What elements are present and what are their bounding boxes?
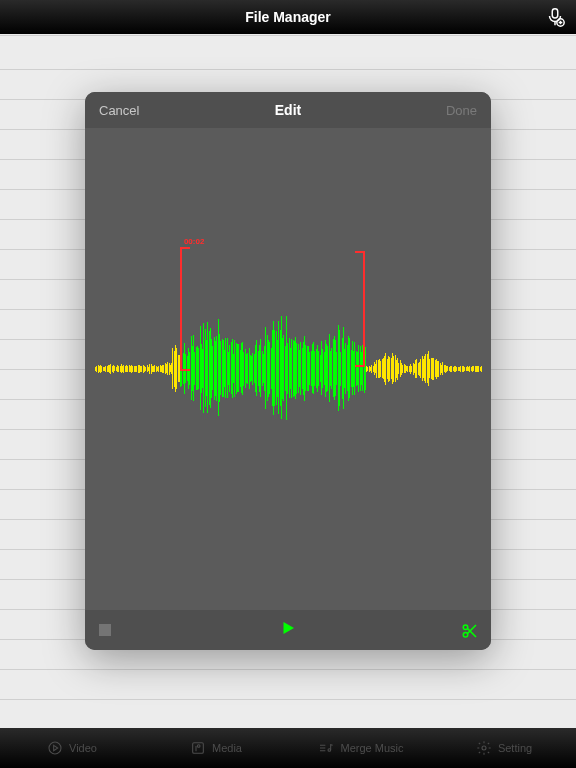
top-bar: File Manager — [0, 0, 576, 34]
tab-merge-label: Merge Music — [341, 742, 404, 754]
svg-point-4 — [49, 742, 61, 754]
svg-rect-0 — [552, 9, 558, 18]
tab-settings[interactable]: Setting — [432, 740, 576, 756]
edit-modal-header: Cancel Edit Done — [85, 92, 491, 128]
play-button[interactable] — [279, 619, 297, 641]
edit-modal: Cancel Edit Done 00:02 — [85, 92, 491, 650]
stop-button[interactable] — [99, 624, 111, 636]
tab-settings-label: Setting — [498, 742, 532, 754]
edit-toolbar — [85, 610, 491, 650]
svg-point-6 — [197, 745, 200, 748]
bottom-tab-bar: Video Media Merge Music Setting — [0, 728, 576, 768]
tab-media[interactable]: Media — [144, 740, 288, 756]
svg-point-8 — [482, 746, 486, 750]
scissors-icon[interactable] — [461, 622, 479, 644]
waveform-area[interactable]: 00:02 — [85, 128, 491, 610]
edit-modal-title: Edit — [275, 102, 301, 118]
tab-media-label: Media — [212, 742, 242, 754]
app-title: File Manager — [245, 9, 331, 25]
tab-video-label: Video — [69, 742, 97, 754]
tab-video[interactable]: Video — [0, 740, 144, 756]
tab-merge-music[interactable]: Merge Music — [288, 740, 432, 756]
done-button[interactable]: Done — [432, 92, 491, 128]
selection-start-time: 00:02 — [184, 237, 204, 246]
cancel-button[interactable]: Cancel — [85, 92, 153, 128]
record-icon[interactable] — [544, 6, 566, 31]
